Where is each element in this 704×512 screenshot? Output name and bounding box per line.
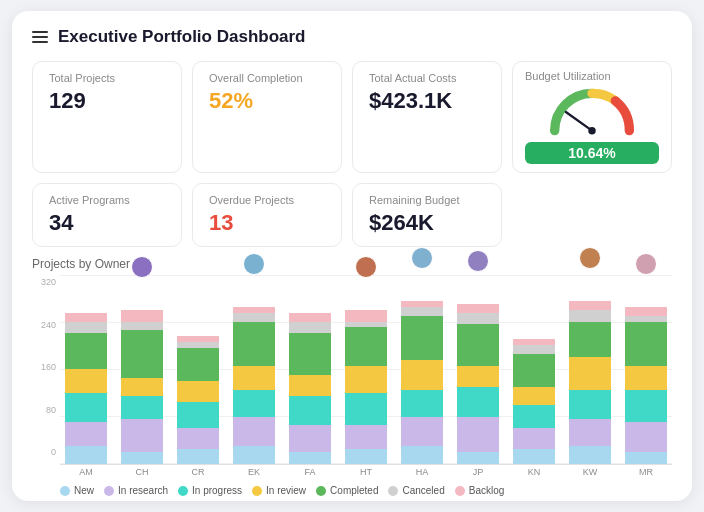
avatar [411,247,433,269]
bar-group [508,311,560,464]
bar-segment [289,333,331,375]
metric-total-costs: Total Actual Costs $423.1K [352,61,502,173]
bar-segment [457,313,499,325]
bar-segment [569,310,611,322]
legend-label: In research [118,485,168,496]
gauge-chart [542,84,642,140]
metric-remaining-budget: Remaining Budget $264K [352,183,502,247]
svg-line-0 [566,112,592,131]
bar-stack [620,307,672,464]
bar-segment [569,357,611,390]
bar-group [452,276,504,464]
bar-segment [177,428,219,449]
bar-segment [121,322,163,331]
metric-active-programs: Active Programs 34 [32,183,182,247]
bar-segment [625,366,667,390]
bar-segment [65,333,107,369]
bar-segment [513,449,555,464]
avatar [467,250,489,272]
bar-segment [457,387,499,417]
legend-dot [388,486,398,496]
bar-segment [569,390,611,420]
metrics-row-1: Total Projects 129 Overall Completion 52… [32,61,672,173]
metric-label: Overall Completion [209,72,325,84]
bar-segment [345,449,387,464]
bar-segment [457,366,499,387]
bar-segment [289,322,331,334]
bar-stack [228,307,280,464]
bar-segment [513,428,555,449]
bar-segment [625,422,667,452]
legend-item: Canceled [388,485,444,496]
bar-segment [513,387,555,405]
bar-segment [177,348,219,381]
bar-segment [513,345,555,354]
bar-segment [233,366,275,390]
bar-segment [569,301,611,310]
legend-dot [104,486,114,496]
bar-segment [457,324,499,366]
menu-button[interactable] [32,31,48,43]
legend-label: In progress [192,485,242,496]
legend-item: New [60,485,94,496]
bar-segment [513,405,555,429]
bar-segment [65,322,107,334]
x-axis-label: FA [284,467,336,477]
x-axis-label: CR [172,467,224,477]
metric-label: Overdue Projects [209,194,325,206]
bar-segment [121,396,163,420]
bar-group [284,285,336,464]
legend-item: In review [252,485,306,496]
metric-value: 129 [49,88,165,114]
bar-segment [401,360,443,390]
bar-stack [116,310,168,464]
bar-segment [65,393,107,423]
metric-total-projects: Total Projects 129 [32,61,182,173]
bar-segment [233,417,275,447]
bar-segment [233,446,275,464]
bar-group [564,273,616,464]
legend-label: New [74,485,94,496]
y-label: 320 [41,277,56,287]
chart-legend: NewIn researchIn progressIn reviewComple… [32,485,672,496]
avatar [131,256,153,278]
legend-label: Completed [330,485,378,496]
bar-stack [452,304,504,464]
y-label: 240 [41,320,56,330]
x-axis-label: EK [228,467,280,477]
bar-segment [401,307,443,316]
x-axis-label: HA [396,467,448,477]
bar-stack [172,336,224,464]
bar-stack [340,310,392,464]
legend-label: In review [266,485,306,496]
bar-segment [65,369,107,393]
avatar [635,253,657,275]
avatar [579,247,601,269]
bar-group [116,282,168,464]
bar-segment [233,313,275,322]
bar-segment [457,452,499,464]
header: Executive Portfolio Dashboard [32,27,672,47]
bar-segment [401,390,443,417]
metric-label: Remaining Budget [369,194,485,206]
legend-dot [60,486,70,496]
y-label: 160 [41,362,56,372]
bar-segment [121,310,163,322]
x-axis-label: CH [116,467,168,477]
metric-overall-completion: Overall Completion 52% [192,61,342,173]
bar-segment [289,396,331,426]
chart-title: Projects by Owner [32,257,672,271]
bar-segment [457,304,499,313]
metric-value: 52% [209,88,325,114]
legend-dot [252,486,262,496]
x-axis-label: KW [564,467,616,477]
legend-item: Backlog [455,485,505,496]
bar-segment [625,322,667,367]
metric-value: $264K [369,210,485,236]
x-axis-label: JP [452,467,504,477]
x-axis-label: AM [60,467,112,477]
bar-group [340,282,392,464]
svg-point-1 [588,127,595,134]
avatar [355,256,377,278]
bar-segment [345,366,387,393]
